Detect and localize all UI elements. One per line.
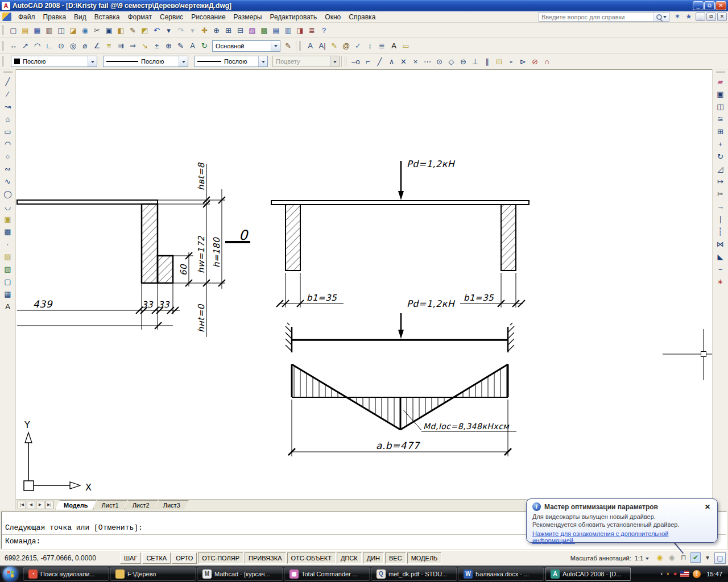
cut-icon[interactable]: ✂ bbox=[91, 24, 103, 36]
color-combo[interactable]: Послою bbox=[11, 56, 97, 67]
favorites-icon[interactable]: ★ bbox=[683, 12, 694, 22]
menu-item[interactable]: Сервис bbox=[156, 12, 187, 22]
edit-text-icon[interactable]: ✎ bbox=[328, 40, 340, 52]
toolbar-lock-icon[interactable]: ⊓ bbox=[679, 552, 689, 563]
lineweight-combo[interactable]: Послою bbox=[194, 56, 268, 67]
menu-item[interactable]: Справка bbox=[345, 12, 379, 22]
quick-leader-icon[interactable]: ↘ bbox=[139, 40, 151, 52]
status-toggle[interactable]: ДИН bbox=[363, 552, 384, 564]
designcenter-icon[interactable]: ▩ bbox=[258, 24, 270, 36]
plot-preview-icon[interactable]: ◫ bbox=[55, 24, 67, 36]
scale-text-icon[interactable]: ↕ bbox=[364, 40, 376, 52]
snap-intersection-icon[interactable]: ✕ bbox=[398, 56, 410, 68]
snap-extension-icon[interactable]: ⋯ bbox=[421, 56, 433, 68]
menu-item[interactable]: Вставка bbox=[90, 12, 124, 22]
erase-icon[interactable]: ▰ bbox=[714, 75, 727, 88]
center-mark-icon[interactable]: ⊕ bbox=[163, 40, 175, 52]
snap-quadrant-icon[interactable]: ◇ bbox=[445, 56, 457, 68]
snap-nearest-icon[interactable]: ⊳ bbox=[517, 56, 529, 68]
tray-switcher-icon[interactable]: ● bbox=[673, 571, 677, 577]
snap-center-icon[interactable]: ⊙ bbox=[433, 56, 445, 68]
clean-screen-button[interactable]: ▢ bbox=[714, 552, 726, 564]
task-word[interactable]: W Балванка.docx - ... bbox=[458, 567, 544, 581]
join-icon[interactable]: ⋈ bbox=[714, 238, 727, 250]
match-properties-icon[interactable]: ✎ bbox=[127, 24, 139, 36]
tab-last-button[interactable]: ▶| bbox=[45, 501, 53, 509]
dimension-text-edit-icon[interactable]: A bbox=[187, 40, 198, 52]
task-mathcad[interactable]: M Mathcad - [курсач... bbox=[197, 567, 283, 581]
tab-first-button[interactable]: |◀ bbox=[18, 501, 26, 509]
snap-parallel-icon[interactable]: ∥ bbox=[481, 56, 493, 68]
trim-icon[interactable]: ✂ bbox=[714, 188, 727, 200]
polyline-icon[interactable]: ↝ bbox=[2, 100, 14, 113]
text-ruler-icon[interactable]: ▭ bbox=[400, 40, 412, 52]
tray-clock[interactable]: 15:47 bbox=[706, 571, 722, 577]
tray-language-flag-icon[interactable] bbox=[680, 571, 689, 577]
search-input[interactable] bbox=[539, 14, 653, 20]
status-toggle[interactable]: ОРТО bbox=[172, 552, 197, 564]
ellipse-arc-icon[interactable]: ◡ bbox=[2, 200, 14, 213]
annotation-scale-value[interactable]: 1:1 bbox=[635, 555, 643, 562]
snap-none-icon[interactable]: ⊘ bbox=[529, 56, 541, 68]
snap-from-icon[interactable]: ⌐ bbox=[362, 56, 374, 68]
rotate-icon[interactable]: ↻ bbox=[714, 150, 727, 163]
polygon-icon[interactable]: ⌂ bbox=[2, 113, 14, 125]
menu-item[interactable]: Редактировать bbox=[266, 12, 321, 22]
layout-tab[interactable]: Лист1 bbox=[93, 500, 127, 510]
qnew-icon[interactable]: ▢ bbox=[7, 24, 19, 36]
open-icon[interactable]: ▤ bbox=[19, 24, 31, 36]
break-at-point-icon[interactable]: ∣ bbox=[714, 213, 727, 225]
status-toggle[interactable]: СЕТКА bbox=[142, 552, 171, 564]
offset-icon[interactable]: ≋ bbox=[714, 113, 727, 125]
status-toggle[interactable]: ОТС-ПОЛЯР bbox=[198, 552, 243, 564]
task-autocad[interactable]: A AutoCAD 2008 - [D... bbox=[545, 567, 631, 581]
zoom-realtime-icon[interactable]: ⊕ bbox=[210, 24, 222, 36]
ellipse-icon[interactable]: ◯ bbox=[2, 188, 14, 200]
single-line-text-icon[interactable]: A| bbox=[316, 40, 328, 52]
menu-item[interactable]: Окно bbox=[321, 12, 345, 22]
stretch-icon[interactable]: ↦ bbox=[714, 175, 727, 188]
menu-item[interactable]: Файл bbox=[14, 12, 39, 22]
menu-item[interactable]: Рисование bbox=[187, 12, 229, 22]
menu-item[interactable]: Размеры bbox=[230, 12, 266, 22]
arc-icon[interactable]: ◠ bbox=[2, 138, 14, 150]
region-icon[interactable]: ▢ bbox=[2, 275, 14, 288]
arc-length-dimension-icon[interactable]: ◠ bbox=[31, 40, 43, 52]
paste-icon[interactable]: ◧ bbox=[115, 24, 127, 36]
snap-node-icon[interactable]: ∘ bbox=[505, 56, 517, 68]
dim-style-combo[interactable]: Основной bbox=[212, 40, 280, 52]
minimize-button[interactable]: _ bbox=[693, 1, 704, 10]
restore-button[interactable]: ⧉ bbox=[704, 1, 715, 10]
linear-dimension-icon[interactable]: ↔ bbox=[7, 40, 19, 52]
ordinate-dimension-icon[interactable]: ∟ bbox=[43, 40, 55, 52]
snap-apparent-intersection-icon[interactable]: × bbox=[410, 56, 421, 68]
move-icon[interactable]: + bbox=[714, 138, 727, 150]
dimension-edit-icon[interactable]: ✎ bbox=[175, 40, 187, 52]
tray-hidden-icons-chevron[interactable]: ‹ bbox=[660, 571, 663, 577]
circle-icon[interactable]: ○ bbox=[2, 150, 14, 163]
linetype-combo[interactable]: Послою bbox=[103, 56, 188, 67]
balloon-close-icon[interactable]: ✕ bbox=[704, 503, 712, 511]
tray-crescent-icon[interactable]: ◗ bbox=[666, 571, 670, 577]
spell-check-icon[interactable]: ✓ bbox=[352, 40, 364, 52]
snap-tangent-icon[interactable]: ⊖ bbox=[457, 56, 469, 68]
combo-dropdown-button[interactable] bbox=[88, 56, 97, 66]
combo-dropdown-button[interactable] bbox=[179, 56, 188, 66]
publish-icon[interactable]: ◪ bbox=[67, 24, 79, 36]
task-total-commander[interactable]: ▦ Total Commander ... bbox=[284, 567, 370, 581]
combo-dropdown-button[interactable] bbox=[271, 41, 280, 51]
balloon-link[interactable]: Нажмите для ознакомления с дополнительно… bbox=[532, 530, 712, 544]
explode-icon[interactable]: ∗ bbox=[714, 275, 727, 288]
drawing-canvas[interactable]: 0 439 33 33 hвt=8 hw=172 h=180 60 hнt=0 bbox=[16, 69, 712, 499]
array-icon[interactable]: ⊞ bbox=[714, 125, 727, 138]
communication-center-icon[interactable]: ✶ bbox=[672, 12, 683, 22]
snap-midpoint-icon[interactable]: ∧ bbox=[386, 56, 398, 68]
status-toggle[interactable]: ПРИВЯЗКА bbox=[245, 552, 286, 564]
start-button[interactable] bbox=[3, 567, 18, 581]
redo-dropdown-icon[interactable]: ▾ bbox=[187, 24, 198, 36]
jogged-dimension-icon[interactable]: ◎ bbox=[67, 40, 79, 52]
performance-tuner-icon[interactable]: ✔ bbox=[690, 552, 701, 563]
mirror-icon[interactable]: ◫ bbox=[714, 100, 727, 113]
toolbar-grip[interactable] bbox=[3, 71, 13, 74]
construction-line-icon[interactable]: ⁄ bbox=[2, 88, 14, 100]
